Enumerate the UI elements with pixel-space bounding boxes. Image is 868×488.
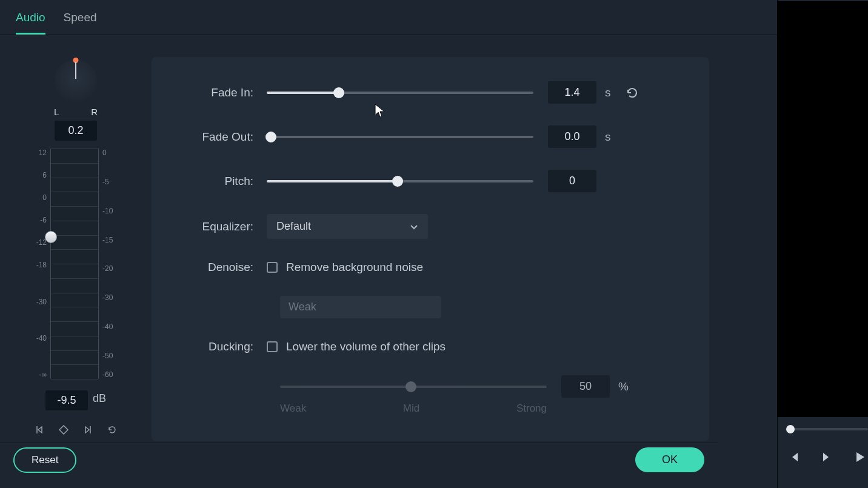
ducking-unit: % [618,380,629,393]
pan-labels: L R [54,107,98,117]
pan-label-left: L [54,107,59,117]
fade-in-slider[interactable] [267,92,533,94]
ducking-scale-labels: Weak Mid Strong [280,403,547,415]
ducking-scale-strong: Strong [516,403,547,415]
fade-in-value[interactable]: 1.4 [548,81,596,104]
tab-audio[interactable]: Audio [16,11,45,35]
pitch-value[interactable]: 0 [548,170,596,192]
audio-settings-card: Fade In: 1.4 s Fade Out: 0.0 s Pitch: [152,57,709,441]
equalizer-select[interactable]: Default [267,214,428,239]
tabs-bar: Audio Speed [0,0,868,35]
pan-label-right: R [91,107,98,117]
ducking-value[interactable]: 50 [561,375,610,398]
volume-meter[interactable] [50,149,99,379]
denoise-checkbox[interactable] [267,262,278,273]
equalizer-label: Equalizer: [170,220,267,233]
chevron-down-icon [410,222,418,231]
db-value[interactable]: -9.5 [45,390,88,410]
keyframe-controls [35,425,117,435]
step-forward-icon[interactable] [820,450,834,464]
equalizer-selected: Default [276,220,311,233]
ducking-slider[interactable] [280,386,547,388]
keyframe-next-icon[interactable] [83,425,93,435]
step-back-icon[interactable] [787,450,801,464]
denoise-label: Denoise: [170,261,267,274]
volume-handle[interactable] [45,231,57,243]
volume-meter-panel: L R 0.2 1260-6-12-18-30-40-∞ 0-5-10-15-2… [0,35,152,441]
pan-value[interactable]: 0.2 [55,121,97,141]
fade-out-value[interactable]: 0.0 [548,125,596,148]
denoise-strength-select[interactable]: Weak [280,296,441,318]
keyframe-add-icon[interactable] [59,425,68,435]
denoise-check-label: Remove background noise [286,261,423,274]
ducking-checkbox[interactable] [267,341,278,352]
keyframe-prev-icon[interactable] [35,425,44,435]
ducking-scale-weak: Weak [280,403,306,415]
preview-scrub-thumb[interactable] [786,425,795,433]
ducking-check-label: Lower the volume of other clips [286,340,446,353]
tab-speed[interactable]: Speed [64,11,97,35]
fade-out-slider[interactable] [267,136,533,138]
preview-scrubber[interactable] [786,428,868,430]
pan-tick [75,62,76,79]
pitch-slider[interactable] [267,180,533,182]
fade-out-unit: s [605,130,616,144]
ducking-scale-mid: Mid [403,403,419,415]
preview-video [777,1,868,417]
meter-scale-left: 1260-6-12-18-30-40-∞ [33,149,47,379]
play-icon[interactable] [852,450,867,464]
reset-button[interactable]: Reset [13,447,76,473]
fade-in-label: Fade In: [170,86,267,99]
fade-in-reset-icon[interactable] [626,86,639,99]
meter-scale-right: 0-5-10-15-20-30-40-50-60 [102,149,118,379]
preview-pane [777,0,868,488]
fade-in-unit: s [605,86,616,99]
keyframe-reset-icon[interactable] [107,425,117,435]
ok-button[interactable]: OK [635,447,704,472]
db-unit: dB [93,392,106,405]
pan-knob[interactable] [55,59,97,102]
pitch-label: Pitch: [170,175,267,188]
footer-bar: Reset OK [0,443,718,476]
fade-out-label: Fade Out: [170,130,267,144]
ducking-label: Ducking: [170,340,267,353]
